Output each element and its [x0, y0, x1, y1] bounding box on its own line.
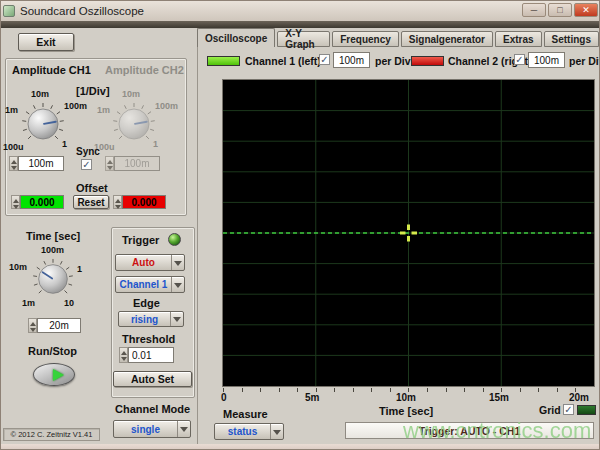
- spinner-arrows-icon[interactable]: [9, 156, 18, 171]
- channel-mode-dropdown[interactable]: single: [113, 420, 191, 438]
- auto-set-button[interactable]: Auto Set: [113, 371, 192, 387]
- time-scale-10m: 10m: [9, 262, 27, 272]
- time-spinner[interactable]: [28, 318, 81, 333]
- offset-ch2-spinner[interactable]: 0.000: [113, 195, 166, 209]
- measure-value: status: [215, 424, 270, 439]
- time-knob[interactable]: [32, 258, 74, 300]
- chevron-down-icon: [270, 424, 283, 439]
- tab-frequency[interactable]: Frequency: [332, 31, 399, 47]
- ch2-scale-10m: 10m: [122, 89, 140, 99]
- threshold-spinner[interactable]: [119, 347, 174, 363]
- chevron-down-icon: [177, 421, 190, 437]
- x-axis-label: Time [sec]: [379, 405, 433, 417]
- ch2-amplitude-spinner: [105, 156, 160, 171]
- time-scale-1: 1: [77, 264, 82, 274]
- scope-display[interactable]: [223, 80, 594, 386]
- time-value[interactable]: [37, 318, 81, 333]
- chevron-down-icon: [171, 277, 184, 292]
- play-icon: [53, 369, 64, 381]
- ch1-scale-100m: 100m: [64, 101, 87, 111]
- x-tick-15m: 15m: [489, 392, 509, 403]
- x-tick-5m: 5m: [305, 392, 319, 403]
- x-tick-0: 0: [221, 392, 227, 403]
- time-scale-100m: 100m: [41, 245, 64, 255]
- ch2-amplitude-value: [114, 156, 160, 171]
- spinner-arrows-icon[interactable]: [11, 195, 20, 209]
- minimize-button[interactable]: ─: [522, 3, 546, 17]
- amplitude-ch1-title: Amplitude CH1: [12, 64, 91, 76]
- chevron-down-icon: [171, 255, 184, 270]
- trigger-source-value: Channel 1: [116, 277, 171, 292]
- titlebar-shadow: [1, 21, 600, 28]
- tab-signalgenerator[interactable]: Signalgenerator: [401, 31, 493, 47]
- ch2-enable-checkbox[interactable]: [514, 54, 525, 65]
- edge-label: Edge: [133, 297, 160, 309]
- chevron-down-icon: [170, 312, 183, 326]
- threshold-label: Threshold: [122, 333, 175, 345]
- ch1-color-swatch[interactable]: [207, 56, 240, 66]
- window-title: Soundcard Oszilloscope: [20, 5, 144, 17]
- scope-grid: [223, 80, 594, 386]
- amplitude-unit-label: [1/Div]: [76, 85, 110, 97]
- trigger-mode-dropdown[interactable]: Auto: [115, 254, 185, 271]
- grid-label: Grid: [539, 404, 561, 416]
- ch2-per-div-label: per Div: [569, 55, 600, 67]
- x-tick-10m: 10m: [396, 392, 416, 403]
- spinner-arrows-icon[interactable]: [119, 347, 128, 363]
- tab-extras[interactable]: Extras: [495, 31, 542, 47]
- trigger-led: [168, 233, 181, 246]
- amplitude-ch2-title: Amplitude CH2: [105, 64, 184, 76]
- ch1-scale-10m: 10m: [31, 89, 49, 99]
- close-button[interactable]: ✕: [574, 3, 598, 17]
- amplitude-ch1-knob[interactable]: [21, 102, 65, 146]
- app-icon: [3, 5, 15, 17]
- ch1-per-div-label: per Div: [375, 55, 411, 67]
- offset-ch1-value[interactable]: 0.000: [20, 195, 64, 209]
- offset-ch1-spinner[interactable]: 0.000: [11, 195, 64, 209]
- sync-label: Sync: [76, 146, 100, 157]
- channel-mode-label: Channel Mode: [115, 403, 190, 415]
- spinner-arrows-icon[interactable]: [113, 195, 122, 209]
- spinner-arrows-icon: [105, 156, 114, 171]
- ch1-enable-checkbox[interactable]: [319, 54, 330, 65]
- channel-mode-value: single: [114, 421, 177, 437]
- ch1-amplitude-value[interactable]: [18, 156, 64, 171]
- tab-strip: Oscilloscope X-Y Graph Frequency Signalg…: [197, 28, 600, 47]
- sync-checkbox[interactable]: [81, 159, 92, 170]
- trigger-mode-value: Auto: [116, 255, 171, 270]
- run-stop-label: Run/Stop: [28, 345, 77, 357]
- grid-checkbox[interactable]: [563, 404, 574, 415]
- tab-settings[interactable]: Settings: [544, 31, 599, 47]
- edge-value: rising: [119, 312, 170, 326]
- run-stop-button[interactable]: [33, 363, 75, 386]
- app-window: Soundcard Oszilloscope ─ □ ✕ Exit Amplit…: [0, 0, 600, 450]
- ch1-scale-1m: 1m: [5, 105, 18, 115]
- grid-color-swatch[interactable]: [577, 405, 596, 415]
- time-title: Time [sec]: [26, 230, 80, 242]
- spinner-arrows-icon[interactable]: [28, 318, 37, 333]
- tab-xy-graph[interactable]: X-Y Graph: [277, 31, 330, 47]
- offset-ch2-value[interactable]: 0.000: [122, 195, 166, 209]
- measure-dropdown[interactable]: status: [214, 423, 284, 440]
- ch2-scale-1m: 1m: [97, 105, 110, 115]
- ch2-color-swatch[interactable]: [411, 56, 444, 66]
- amplitude-ch2-knob: [112, 102, 156, 146]
- edge-dropdown[interactable]: rising: [118, 311, 184, 327]
- offset-reset-button[interactable]: Reset: [73, 195, 109, 209]
- copyright-bar: © 2012 C. Zeitnitz V1.41: [3, 428, 100, 441]
- title-bar[interactable]: Soundcard Oszilloscope ─ □ ✕: [1, 1, 600, 21]
- maximize-button[interactable]: □: [548, 3, 572, 17]
- ch1-scale-input[interactable]: [333, 52, 370, 68]
- ch2-scale-input[interactable]: [528, 52, 565, 68]
- x-tick-20m: 20m: [569, 392, 589, 403]
- trigger-source-dropdown[interactable]: Channel 1: [115, 276, 185, 293]
- watermark: www.cntronics.com: [403, 418, 591, 444]
- threshold-value[interactable]: [128, 347, 174, 363]
- ch1-amplitude-spinner[interactable]: [9, 156, 64, 171]
- tab-oscilloscope[interactable]: Oscilloscope: [197, 28, 275, 47]
- ch2-scale-100m: 100m: [155, 101, 178, 111]
- offset-label: Offset: [76, 182, 108, 194]
- exit-button[interactable]: Exit: [18, 33, 74, 51]
- trigger-title: Trigger: [122, 234, 159, 246]
- ch1-label: Channel 1 (left): [245, 55, 321, 67]
